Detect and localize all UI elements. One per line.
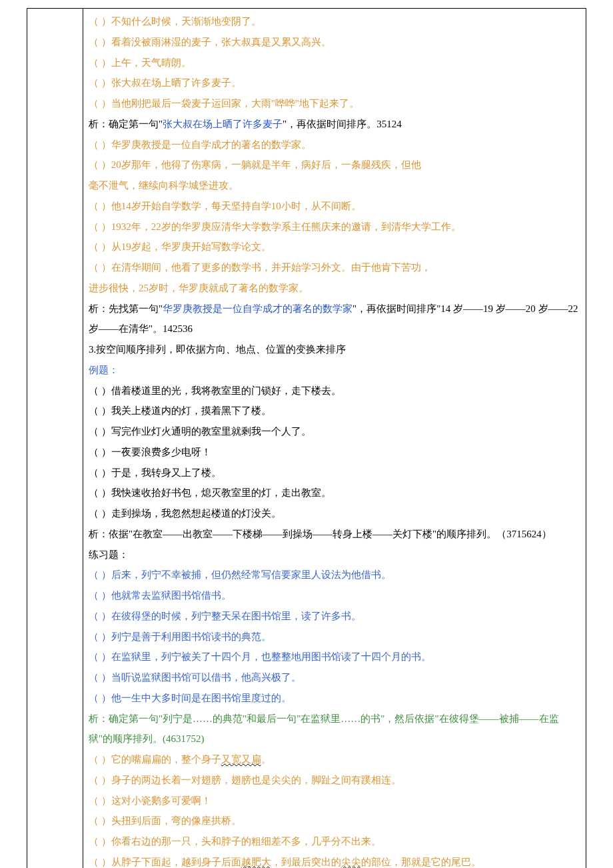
set5-l1-a: （ ）它的嘴扁扁的，整个身子 <box>89 754 221 765</box>
set5-line6: （ ）从脖子下面起，越到身子后面越肥大，到最后突出的尖尖的部位，那就是它的尾巴。 <box>89 852 580 868</box>
set1-line4: （ ）张大叔在场上晒了许多麦子。 <box>89 73 580 93</box>
set1-analysis: 析：确定第一句"张大叔在场上晒了许多麦子"，再依据时间排序。35124 <box>89 114 580 135</box>
set3-line1: （ ）借着楼道里的光，我将教室里的门锁好，走下楼去。 <box>89 381 580 401</box>
layout-table: （ ）不知什么时候，天渐渐地变阴了。 （ ）看着没被雨淋湿的麦子，张大叔真是又累… <box>27 8 586 868</box>
set3-line4: （ ）一夜要浪费多少电呀！ <box>89 442 580 463</box>
set1-line2: （ ）看着没被雨淋湿的麦子，张大叔真是又累又高兴。 <box>89 32 580 53</box>
set2-line3: （ ）他14岁开始自学数学，每天坚持自学10小时，从不间断。 <box>89 196 580 217</box>
set1-xi-c: "，再依据时间排序。35124 <box>283 119 402 129</box>
set1-xi-b: 张大叔在场上晒了许多麦子 <box>163 119 283 129</box>
set2-line2: （ ）20岁那年，他得了伤寒病，一躺就是半年，病好后，一条腿残疾，但他 <box>89 155 580 175</box>
set5-l1-c: 。 <box>261 754 271 765</box>
set5-l1-b: 又宽又扁 <box>221 754 261 765</box>
left-column <box>27 9 83 869</box>
set4-line2: （ ）他就常去监狱图书馆借书。 <box>89 585 580 606</box>
set4-line1: （ ）后来，列宁不幸被捕，但仍然经常写信要家里人设法为他借书。 <box>89 565 580 585</box>
set4-analysis: 析：确定第一句"列宁是……的典范"和最后一句"在监狱里……的书"，然后依据"在彼… <box>89 709 580 750</box>
set3-line3: （ ）写完作业灯火通明的教室里就剩我一个人了。 <box>89 421 580 442</box>
set3-line2: （ ）我关上楼道内的灯，摸着黑下了楼。 <box>89 401 580 421</box>
set4-line5: （ ）在监狱里，列宁被关了十四个月，也整整地用图书馆读了十四个月的书。 <box>89 647 580 667</box>
set2-line6: （ ）在清华期间，他看了更多的数学书，并开始学习外文。由于他肯下苦功， <box>89 257 580 278</box>
set5-line1: （ ）它的嘴扁扁的，整个身子又宽又扁。 <box>89 749 580 770</box>
heading-3: 3.按空间顺序排列，即依据方向、地点、位置的变换来排序 <box>89 339 580 360</box>
page-container: （ ）不知什么时候，天渐渐地变阴了。 （ ）看着没被雨淋湿的麦子，张大叔真是又累… <box>0 0 613 868</box>
set2-analysis: 析：先找第一句"华罗庚教授是一位自学成才的著名的数学家"，再依据时间排序"14 … <box>89 299 580 340</box>
set5-l6-d: 尖尖 <box>341 857 361 867</box>
set4-line4: （ ）列宁是善于利用图书馆读书的典范。 <box>89 627 580 647</box>
set5-l6-b: 越肥大 <box>241 857 271 867</box>
set4-line6: （ ）当听说监狱图书馆可以借书，他高兴极了。 <box>89 667 580 688</box>
set2-xi-b: 华罗庚教授是一位自学成才的著名的数学家 <box>163 303 352 314</box>
set3-analysis: 析：依据"在教室——出教室——下楼梯——到操场——转身上楼——关灯下楼"的顺序排… <box>89 524 580 545</box>
set5-line5: （ ）你看右边的那一只，头和脖子的粗细差不多，几乎分不出来。 <box>89 831 580 852</box>
set2-xi-a: 析：先找第一句" <box>89 303 163 314</box>
set2-line2b: 毫不泄气，继续向科学城堡进攻。 <box>89 175 580 196</box>
set3-line5: （ ）于是，我转身又上了楼。 <box>89 463 580 483</box>
practice-label: 练习题： <box>89 545 580 565</box>
example-label: 例题： <box>89 360 580 381</box>
set4-line7: （ ）他一生中大多时间是在图书馆里度过的。 <box>89 688 580 709</box>
set4-line3: （ ）在彼得堡的时候，列宁整天呆在图书馆里，读了许多书。 <box>89 606 580 627</box>
set5-line3: （ ）这对小瓷鹅多可爱啊！ <box>89 791 580 811</box>
set2-line1: （ ）华罗庚教授是一位自学成才的著名的数学家。 <box>89 135 580 155</box>
content-column: （ ）不知什么时候，天渐渐地变阴了。 （ ）看着没被雨淋湿的麦子，张大叔真是又累… <box>83 9 586 869</box>
set2-line5: （ ）从19岁起，华罗庚开始写数学论文。 <box>89 237 580 257</box>
set5-l6-c: ，到最后突出的 <box>271 857 341 867</box>
set5-l6-a: （ ）从脖子下面起，越到身子后面 <box>89 857 241 867</box>
set3-line6: （ ）我快速收拾好书包，熄灭教室里的灯，走出教室。 <box>89 483 580 503</box>
set1-line1: （ ）不知什么时候，天渐渐地变阴了。 <box>89 11 580 32</box>
set2-line4: （ ）1932年，22岁的华罗庚应清华大学数学系主任熊庆来的邀请，到清华大学工作… <box>89 217 580 237</box>
set1-line5: （ ）当他刚把最后一袋麦子运回家，大雨"哗哗"地下起来了。 <box>89 93 580 114</box>
set1-xi-a: 析：确定第一句" <box>89 119 163 129</box>
set3-line7: （ ）走到操场，我忽然想起楼道的灯没关。 <box>89 503 580 524</box>
set5-line2: （ ）身子的两边长着一对翅膀，翅膀也是尖尖的，脚趾之间有蹼相连。 <box>89 770 580 791</box>
set1-line3: （ ）上午，天气晴朗。 <box>89 53 580 73</box>
set2-line6b: 进步很快，25岁时，华罗庚就成了著名的数学家。 <box>89 278 580 299</box>
set5-l6-e: 的部位，那就是它的尾巴。 <box>361 857 481 867</box>
set5-line4: （ ）头扭到后面，弯的像座拱桥。 <box>89 811 580 831</box>
